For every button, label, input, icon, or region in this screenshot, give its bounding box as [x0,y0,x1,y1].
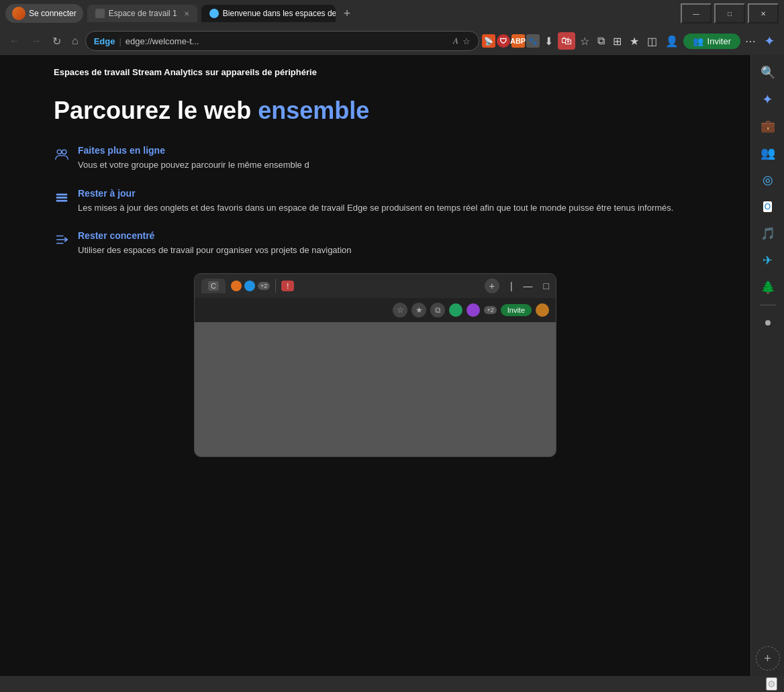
mockup-tab1-letter: C [208,281,219,291]
feature-2-title: Rester à jour [78,188,673,199]
refresh-button[interactable]: ↻ [48,32,65,50]
hero-heading: Parcourez le web ensemble [54,97,697,125]
feature-item-1: Faites plus en ligne Vous et votre group… [54,145,697,172]
content-area: Espaces de travail Stream Analytics sur … [0,55,750,676]
feature-3-desc: Utiliser des espaces de travail pour org… [78,244,352,257]
mockup-plus-button[interactable]: + [485,279,499,293]
profile-button[interactable]: Se connecter [5,4,83,23]
sidebar-search-btn[interactable]: 🔍 [756,60,780,85]
mockup-tab-group: +2 [231,281,270,291]
copilot-nav-btn[interactable]: ✦ [761,30,779,52]
feature-2-desc: Les mises à jour des onglets et des favo… [78,201,673,215]
mockup-minimize-button[interactable]: — [524,281,533,291]
outlook-icon: O [763,201,772,212]
reader-mode-icon[interactable]: 𝐴 [453,36,458,46]
shopping-icon[interactable]: 🛍 [558,32,575,50]
hero-heading-accent: ensemble [258,97,369,124]
mockup-av4 [467,303,480,317]
music-icon: 🎵 [761,226,775,241]
mockup-toolbar-pin: ☆ [393,303,407,317]
close-button[interactable]: ✕ [748,3,779,23]
telegram-icon: ✈ [763,253,773,268]
feature-item-2: Rester à jour Les mises à jour des ongle… [54,188,697,215]
adblock-ext-icon[interactable]: ABP [511,34,525,48]
settings-icon-btn[interactable]: ⚙ [766,677,777,691]
maximize-button[interactable]: □ [714,3,745,23]
rss-ext-icon[interactable]: 📡 [482,34,495,48]
svg-rect-2 [56,193,68,195]
minimize-button[interactable]: — [681,3,712,23]
edge-icon: ◎ [763,172,773,187]
svg-rect-3 [56,197,68,199]
mockup-invite-btn[interactable]: Invite [501,304,532,316]
invite-icon: 👥 [693,36,703,46]
more-button[interactable]: ⋯ [742,32,759,50]
sidebar-outlook-btn[interactable]: O [756,195,780,219]
favorite-icon[interactable]: ☆ [462,36,471,46]
feature-item-3: Rester concentré Utiliser des espaces de… [54,230,697,257]
profile-avatar [12,7,26,20]
mockup-toolbar: ☆ ★ ⧉ +2 Invite [195,298,556,322]
svg-point-0 [57,150,61,154]
mockup-maximize-button[interactable]: □ [544,281,549,291]
users-icon: 👥 [761,146,775,160]
mockup-tab2: ! [281,281,294,291]
mockup-separator [275,279,276,293]
tab-workspace[interactable]: Espace de travail 1 ✕ [87,5,197,22]
mockup-badge-2: +2 [484,306,496,314]
sidebar-music-btn[interactable]: 🎵 [756,221,780,246]
sidebar-toggle[interactable]: ◫ [644,32,660,50]
sidebar-add-button[interactable]: + [756,646,780,671]
home-button[interactable]: ⌂ [68,32,83,50]
collections-icon[interactable]: ☆ [577,32,593,50]
tracker-ext-icon[interactable]: 🐾 [526,34,540,48]
sidebar-tree-btn[interactable]: 🌲 [756,275,780,299]
mockup-tab1: C [201,279,226,293]
title-bar-left: Se connecter Espace de travail 1 ✕ Bienv… [5,4,677,23]
feature-1-content: Faites plus en ligne Vous et votre group… [78,145,309,172]
mockup-toolbar-copy: ⧉ [430,303,445,317]
splitscreen-icon[interactable]: ⧉ [594,32,608,50]
svg-point-1 [62,150,66,154]
sidebar-dot-btn[interactable] [756,311,780,335]
tab-workspace-close[interactable]: ✕ [184,10,189,17]
mockup-separator-pipe: | [510,281,513,291]
mockup-avatar-1 [231,281,242,291]
mockup-tab2-label: ! [287,282,289,290]
sidebar-copilot-btn[interactable]: ✦ [756,87,780,111]
tab-welcome-label: Bienvenue dans les espaces de t... [223,9,336,18]
feature-2-content: Rester à jour Les mises à jour des ongle… [78,188,673,215]
sidebar-briefcase-btn[interactable]: 💼 [756,114,780,138]
back-button[interactable]: ← [5,32,24,50]
download-icon[interactable]: ⬇ [541,32,556,50]
privacy-ext-icon[interactable]: 🛡 [497,34,510,48]
sidebar-edge-btn[interactable]: ◎ [756,168,780,192]
nav-bar: ← → ↻ ⌂ Edge | edge://welcome-t... 𝐴 ☆ 📡… [0,27,784,55]
feature-1-title: Faites plus en ligne [78,145,309,156]
window-controls: — □ ✕ [681,3,779,23]
svg-rect-4 [56,199,68,201]
profile-nav-icon[interactable]: 👤 [662,32,682,50]
invite-button[interactable]: 👥 Inviter [683,34,740,49]
sidebar-notif-wrapper [756,311,780,335]
forward-button[interactable]: → [27,32,46,50]
tab-workspace-icon [95,9,105,18]
address-separator: | [119,36,121,46]
favorites-icon[interactable]: ★ [626,32,642,50]
new-tab-button[interactable]: + [340,5,355,22]
sidebar-telegram-btn[interactable]: ✈ [756,248,780,273]
sidebar-divider [760,305,776,305]
hero-heading-static: Parcourez le web [54,97,258,124]
dot-icon [765,320,771,326]
tab-workspace-label: Espace de travail 1 [109,9,177,18]
browser-mockup: C +2 ! + | — □ [194,273,556,457]
feature-3-content: Rester concentré Utiliser des espaces de… [78,230,352,257]
workspaces-icon[interactable]: ⊞ [609,32,625,50]
tab-welcome[interactable]: Bienvenue dans les espaces de t... ✕ [201,5,336,22]
status-bar: ⚙ [0,676,784,692]
main-layout: Espaces de travail Stream Analytics sur … [0,55,784,676]
sidebar-users-btn[interactable]: 👥 [756,141,780,165]
mockup-content [195,322,556,456]
address-bar[interactable]: Edge | edge://welcome-t... 𝐴 ☆ [85,31,479,51]
edge-logo: Edge [94,36,115,46]
